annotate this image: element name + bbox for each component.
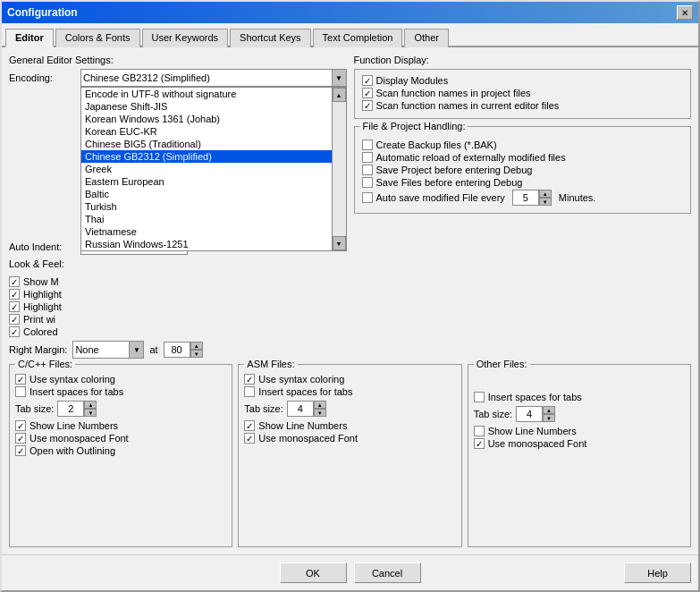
function-display-group: Display Modules Scan function names in p… xyxy=(354,69,692,119)
other-monospaced-checkbox[interactable] xyxy=(474,438,485,449)
highlight1-row: Highlight xyxy=(9,289,347,300)
scan-editor-checkbox[interactable] xyxy=(362,100,373,111)
cpp-outlining-checkbox[interactable] xyxy=(15,445,26,456)
asm-monospaced-label: Use monospaced Font xyxy=(258,433,358,444)
encoding-dropdown-arrow[interactable]: ▼ xyxy=(332,70,346,86)
encoding-option-thai[interactable]: Thai xyxy=(81,213,346,225)
other-files-title: Other Files: xyxy=(474,359,530,369)
other-tab-up[interactable]: ▲ xyxy=(543,406,555,414)
close-button[interactable]: ✕ xyxy=(677,5,693,20)
other-tab-buttons: ▲ ▼ xyxy=(543,406,555,422)
other-monospaced-label: Use monospaced Font xyxy=(488,438,587,449)
asm-monospaced-checkbox[interactable] xyxy=(244,433,255,444)
encoding-value: Chinese GB2312 (Simplified) xyxy=(81,72,332,83)
print-with-checkbox[interactable] xyxy=(9,314,20,325)
margin-value[interactable] xyxy=(164,342,190,358)
asm-spaces-checkbox[interactable] xyxy=(244,386,255,397)
encoding-option-greek[interactable]: Greek xyxy=(81,163,346,175)
create-backup-checkbox[interactable] xyxy=(362,140,373,150)
encoding-option-big5[interactable]: Chinese BIG5 (Traditional) xyxy=(81,138,346,150)
other-tab-down[interactable]: ▼ xyxy=(543,414,555,422)
cpp-tab-up[interactable]: ▲ xyxy=(84,401,97,409)
tab-user-keywords[interactable]: User Keywords xyxy=(142,29,229,47)
asm-spaces-row: Insert spaces for tabs xyxy=(244,386,455,397)
asm-tab-label: Tab size: xyxy=(244,403,283,414)
show-m-label: Show M xyxy=(23,276,59,287)
save-project-checkbox[interactable] xyxy=(362,165,373,175)
encoding-option-turkish[interactable]: Turkish xyxy=(81,200,346,213)
cpp-spaces-checkbox[interactable] xyxy=(15,386,26,397)
tab-text-completion[interactable]: Text Completion xyxy=(313,29,403,47)
other-line-numbers-checkbox[interactable] xyxy=(474,426,485,436)
right-margin-combo[interactable]: None ▼ xyxy=(72,341,144,359)
asm-files-title: ASM Files: xyxy=(244,359,297,369)
asm-spaces-label: Insert spaces for tabs xyxy=(258,386,352,397)
left-panel: General Editor Settings: Encoding: Chine… xyxy=(9,55,347,359)
scan-project-checkbox[interactable] xyxy=(362,88,373,98)
general-settings-label: General Editor Settings: xyxy=(9,55,347,65)
cpp-monospaced-checkbox[interactable] xyxy=(15,433,26,444)
highlight1-checkbox[interactable] xyxy=(9,289,20,300)
asm-syntax-row: Use syntax coloring xyxy=(244,374,455,385)
encoding-option-utf8[interactable]: Encode in UTF-8 without signature xyxy=(81,88,346,100)
window-title: Configuration xyxy=(7,6,78,19)
cpp-tab-value[interactable] xyxy=(57,401,84,417)
encoding-label: Encoding: xyxy=(9,72,80,83)
margin-spin-up[interactable]: ▲ xyxy=(190,342,203,350)
cancel-button[interactable]: Cancel xyxy=(354,562,421,583)
other-tab-label: Tab size: xyxy=(474,409,512,419)
help-button[interactable]: Help xyxy=(624,562,691,583)
encoding-option-russian[interactable]: Russian Windows-1251 xyxy=(81,238,346,250)
auto-save-spin-down[interactable]: ▼ xyxy=(539,198,552,206)
auto-save-spin-up[interactable]: ▲ xyxy=(539,190,552,198)
save-files-checkbox[interactable] xyxy=(362,177,373,188)
tab-other[interactable]: Other xyxy=(404,29,449,47)
auto-save-checkbox[interactable] xyxy=(362,192,373,203)
asm-syntax-checkbox[interactable] xyxy=(244,374,255,385)
other-line-numbers-label: Show Line Numbers xyxy=(488,426,577,436)
tab-editor[interactable]: Editor xyxy=(5,29,54,47)
scroll-up[interactable]: ▲ xyxy=(333,88,346,102)
save-files-row: Save Files before entering Debug xyxy=(362,177,684,188)
scan-project-label: Scan function names in project files xyxy=(376,88,531,98)
encoding-scrollbar[interactable]: ▲ ▼ xyxy=(332,88,346,250)
tab-colors-fonts[interactable]: Colors & Fonts xyxy=(55,29,140,47)
other-tab-value[interactable] xyxy=(516,406,543,422)
other-spaces-checkbox[interactable] xyxy=(474,392,485,402)
margin-spin-down[interactable]: ▼ xyxy=(190,350,203,358)
highlight1-label: Highlight xyxy=(23,289,62,300)
colored-checkbox[interactable] xyxy=(9,326,20,337)
asm-line-numbers-checkbox[interactable] xyxy=(244,420,255,431)
asm-syntax-label: Use syntax coloring xyxy=(258,374,344,385)
encoding-option-gb2312[interactable]: Chinese GB2312 (Simplified) xyxy=(81,150,346,163)
encoding-option-jis[interactable]: Japanese Shift-JIS xyxy=(81,100,346,113)
right-margin-label: Right Margin: xyxy=(9,344,67,355)
asm-tab-value[interactable] xyxy=(287,401,314,417)
highlight2-checkbox[interactable] xyxy=(9,301,20,312)
encoding-option-johab[interactable]: Korean Windows 1361 (Johab) xyxy=(81,113,346,125)
encoding-combo[interactable]: Chinese GB2312 (Simplified) ▼ xyxy=(80,69,347,87)
display-modules-checkbox[interactable] xyxy=(362,75,373,86)
encoding-option-baltic[interactable]: Baltic xyxy=(81,188,346,200)
cpp-syntax-checkbox[interactable] xyxy=(15,374,26,385)
encoding-option-euckr[interactable]: Korean EUC-KR xyxy=(81,125,346,138)
ok-button[interactable]: OK xyxy=(280,562,347,583)
auto-reload-checkbox[interactable] xyxy=(362,152,373,163)
show-m-checkbox[interactable] xyxy=(9,276,20,287)
right-margin-arrow[interactable]: ▼ xyxy=(129,342,143,358)
cpp-tab-spinner: ▲ ▼ xyxy=(57,401,97,417)
save-project-label: Save Project before entering Debug xyxy=(376,165,533,175)
content-area: General Editor Settings: Encoding: Chine… xyxy=(2,47,698,554)
scroll-down[interactable]: ▼ xyxy=(333,236,346,250)
encoding-option-eastern[interactable]: Eastern European xyxy=(81,175,346,188)
cpp-tab-buttons: ▲ ▼ xyxy=(84,401,97,417)
asm-tab-up[interactable]: ▲ xyxy=(314,401,326,409)
encoding-option-vietnamese[interactable]: Vietnamese xyxy=(81,225,346,238)
cpp-line-numbers-checkbox[interactable] xyxy=(15,420,26,431)
cpp-tab-down[interactable]: ▼ xyxy=(84,409,97,417)
tab-shortcut-keys[interactable]: Shortcut Keys xyxy=(230,29,310,47)
auto-save-value[interactable] xyxy=(512,190,539,206)
asm-tab-down[interactable]: ▼ xyxy=(314,409,326,417)
right-margin-row: Right Margin: None ▼ at ▲ ▼ xyxy=(9,341,347,359)
cpp-line-numbers-row: Show Line Numbers xyxy=(15,420,226,431)
